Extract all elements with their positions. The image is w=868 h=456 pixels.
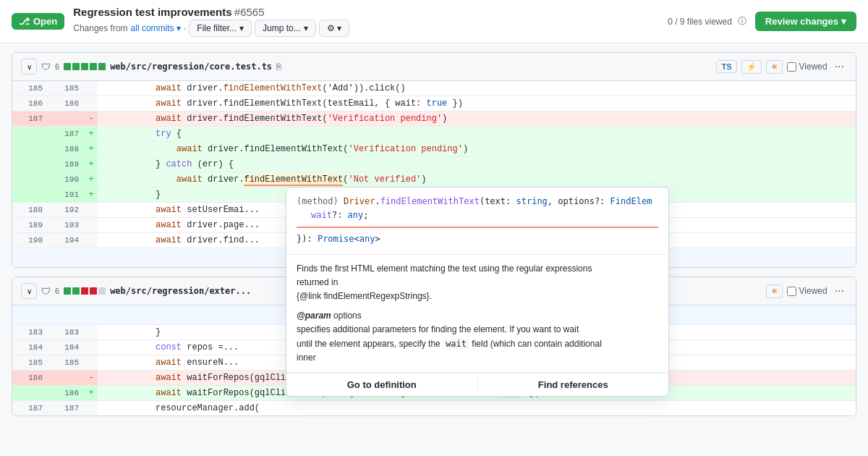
tooltip-desc-line3: {@link findElementRegexpStrings}. [297, 290, 658, 303]
line-num-old: 186 [12, 371, 48, 386]
pr-title-section: Regression test improvements #6565 Chang… [73, 6, 659, 37]
tooltip-separator [297, 227, 658, 228]
tooltip-param-desc2: until the element appears, specify the w… [297, 337, 658, 351]
line-num-new: 191 [48, 187, 85, 203]
viewed-checkbox-2[interactable]: Viewed [787, 286, 827, 296]
line-num-new: 185 [48, 81, 85, 96]
line-num-new: 192 [48, 203, 85, 218]
line-num-new: 187 [48, 401, 85, 416]
collapse-button-1[interactable]: ∨ [21, 59, 37, 75]
line-content: await driver.findElementWithText(testEma… [98, 96, 856, 111]
viewed-checkbox-1[interactable]: Viewed [787, 62, 827, 72]
pr-header: ⎇ Open Regression test improvements #656… [0, 0, 868, 43]
line-num-new: 185 [48, 355, 85, 371]
line-content: await driver.findElementWithText('Verifi… [98, 142, 856, 157]
table-row: 190 + await driver.findElementWithText('… [12, 172, 856, 187]
line-num-new: 183 [48, 325, 85, 340]
info-icon: ⓘ [738, 15, 746, 28]
line-type [85, 401, 98, 416]
line-type [85, 218, 98, 233]
jump-to-button[interactable]: Jump to... ▾ [255, 20, 316, 37]
review-changes-button[interactable]: Review changes ▾ [755, 12, 856, 31]
line-type: + [85, 187, 98, 203]
more-button-1[interactable]: ··· [832, 60, 847, 73]
table-row: 187 187 resourceManager.add( [12, 401, 856, 416]
pr-title-text: Regression test improvements [73, 6, 231, 18]
line-type: - [85, 111, 98, 127]
tooltip-desc-line2: returned in [297, 276, 658, 290]
line-num-old: 189 [12, 218, 48, 233]
line-num-old [12, 127, 48, 142]
line-num-old [12, 157, 48, 172]
line-type: + [85, 386, 98, 401]
line-type [85, 325, 98, 340]
tooltip-description: Finds the first HTML element matching th… [286, 255, 668, 373]
shield-icon-1: 🛡 [41, 62, 51, 72]
line-num-new: 190 [48, 172, 85, 187]
line-num-old [12, 386, 48, 401]
tooltip-code-line2: wait?: any; [297, 208, 658, 222]
copy-icon-1[interactable]: ⎘ [276, 62, 281, 72]
table-row: 189 + } catch (err) { [12, 157, 856, 172]
settings-button[interactable]: ⚙ ▾ [319, 20, 349, 37]
line-num-old: 190 [12, 233, 48, 248]
files-viewed-text: 0 / 9 files viewed [668, 17, 732, 27]
file-filter-button[interactable]: File filter... ▾ [189, 20, 252, 37]
line-num-new [48, 111, 85, 127]
line-type: - [85, 371, 98, 386]
merge-icon: ⎇ [19, 16, 30, 27]
lang-badge-ts: TS [716, 60, 736, 73]
collapse-button-2[interactable]: ∨ [21, 283, 37, 299]
open-label: Open [33, 16, 57, 27]
tooltip-param-tag: @param [297, 311, 331, 321]
diff-added-4 [90, 63, 97, 70]
line-num-new: 186 [48, 96, 85, 111]
line-num-new: 184 [48, 340, 85, 355]
line-num-old: 185 [12, 81, 48, 96]
line-content: await driver.findElementWithText('Verifi… [98, 111, 856, 127]
line-type: + [85, 142, 98, 157]
line-num-new [48, 371, 85, 386]
lang-badge-3: ✳ [766, 60, 783, 74]
tooltip-code-line1: (method) Driver.findElementWithText(text… [297, 195, 658, 208]
pr-number: #6565 [234, 6, 265, 18]
tooltip-param-desc1: specifies additional parameters for find… [297, 323, 658, 337]
line-num-old [12, 142, 48, 157]
line-type [85, 203, 98, 218]
line-type [85, 96, 98, 111]
find-references-button[interactable]: Find references [478, 373, 669, 396]
go-to-definition-button[interactable]: Go to definition [286, 373, 478, 396]
diff-sq-1 [64, 287, 71, 295]
all-commits-link[interactable]: all commits ▾ [131, 23, 181, 33]
tooltip-desc-line1: Finds the first HTML element matching th… [297, 262, 658, 276]
viewed-check-2[interactable] [787, 287, 796, 296]
line-num-old [12, 172, 48, 187]
line-type [85, 233, 98, 248]
shield-icon-2: 🛡 [41, 286, 51, 297]
file-header-left-1: ∨ 🛡 6 web/src/regression/core.test.ts ⎘ [21, 59, 710, 75]
more-button-2[interactable]: ··· [832, 284, 847, 297]
table-row: 186 186 await driver.findElementWithText… [12, 96, 856, 111]
line-num-old: 187 [12, 111, 48, 127]
line-num-old: 185 [12, 355, 48, 371]
pr-title: Regression test improvements #6565 [73, 6, 659, 18]
open-badge: ⎇ Open [12, 13, 64, 30]
table-row: 187 + try { [12, 127, 856, 142]
lang-badge-4: ✳ [766, 284, 783, 298]
line-num-new: 187 [48, 127, 85, 142]
viewed-check-1[interactable] [787, 62, 796, 72]
line-num-old: 188 [12, 203, 48, 218]
line-num-old: 183 [12, 325, 48, 340]
pr-subtitle: Changes from all commits ▾ · File filter… [73, 20, 659, 37]
line-content: await driver.findElementWithText('Not ve… [98, 172, 856, 187]
line-content: await driver.findElementWithText('Add'))… [98, 81, 856, 96]
line-num-new: 188 [48, 142, 85, 157]
table-row: 188 + await driver.findElementWithText('… [12, 142, 856, 157]
table-row: 185 185 await driver.findElementWithText… [12, 81, 856, 96]
tooltip-actions: Go to definition Find references [286, 373, 668, 396]
line-type [85, 355, 98, 371]
diff-stat-1 [64, 63, 106, 70]
line-content: try { [98, 127, 856, 142]
line-num-new: 194 [48, 233, 85, 248]
diff-added-3 [81, 63, 88, 70]
